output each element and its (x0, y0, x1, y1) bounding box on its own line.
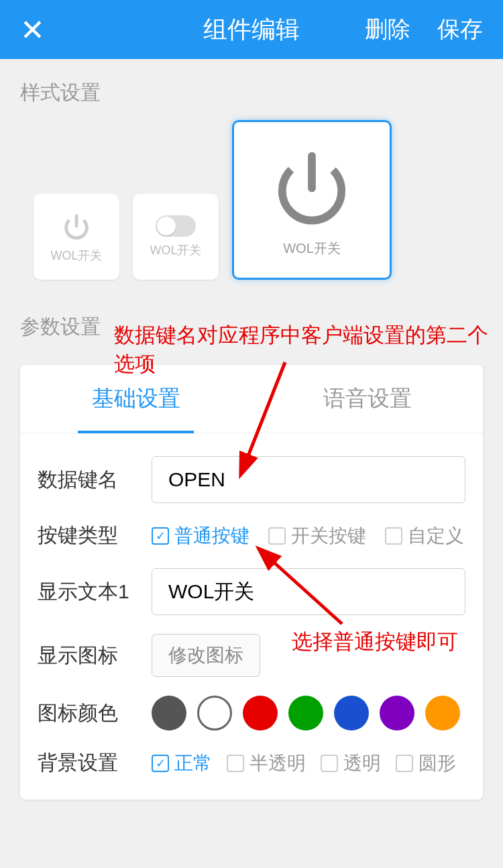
save-button[interactable]: 保存 (437, 14, 483, 45)
style-card-power-small[interactable]: WOL开关 (34, 194, 119, 280)
swatch-red[interactable] (243, 696, 278, 730)
style-options: WOL开关 WOL开关 WOL开关 (0, 120, 503, 293)
header-actions: 删除 保存 (365, 14, 483, 45)
style-card-toggle[interactable]: WOL开关 (133, 194, 219, 280)
data-key-input[interactable] (152, 456, 465, 503)
swatch-purple[interactable] (380, 696, 414, 730)
option-label: 普通按键 (174, 523, 249, 549)
change-icon-button[interactable]: 修改图标 (152, 634, 260, 677)
style-card-label: WOL开关 (283, 239, 341, 258)
option-bg-normal[interactable]: ✓ 正常 (152, 751, 212, 776)
swatch-white[interactable] (197, 696, 232, 730)
display-text-input[interactable] (152, 568, 465, 615)
annotation-right: 选择普通按键即可 (292, 627, 458, 656)
display-text-label: 显示文本1 (38, 578, 152, 606)
annotation-top: 数据键名对应程序中客户端设置的第二个选项 (114, 321, 503, 379)
power-icon (268, 143, 355, 230)
color-swatches (152, 696, 465, 730)
option-label: 圆形 (418, 751, 456, 776)
row-bg-setting: 背景设置 ✓ 正常 ✓ 半透明 ✓ 透明 ✓ 圆形 (20, 740, 483, 800)
bg-options: ✓ 正常 ✓ 半透明 ✓ 透明 ✓ 圆形 (152, 751, 465, 776)
row-icon-color: 图标颜色 (20, 686, 483, 740)
option-bg-translucent[interactable]: ✓ 半透明 (227, 751, 306, 776)
key-type-options: ✓ 普通按键 ✓ 开关按键 ✓ 自定义 (152, 523, 465, 549)
swatch-gray[interactable] (152, 696, 186, 730)
row-data-key: 数据键名 (20, 433, 483, 512)
row-key-type: 按键类型 ✓ 普通按键 ✓ 开关按键 ✓ 自定义 (20, 512, 483, 559)
swatch-orange[interactable] (425, 696, 460, 730)
icon-color-label: 图标颜色 (38, 700, 152, 727)
option-label: 开关按键 (291, 523, 366, 549)
data-key-label: 数据键名 (38, 466, 152, 494)
option-bg-transparent[interactable]: ✓ 透明 (321, 751, 381, 776)
style-card-label: WOL开关 (150, 242, 201, 258)
toggle-icon (156, 215, 196, 237)
style-section-label: 样式设置 (0, 59, 503, 120)
bg-setting-label: 背景设置 (38, 749, 152, 777)
option-label: 透明 (343, 751, 381, 776)
header-bar: ✕ 组件编辑 删除 保存 (0, 0, 503, 59)
page-title: 组件编辑 (203, 13, 300, 46)
param-panel: 基础设置 语音设置 数据键名 按键类型 ✓ 普通按键 ✓ 开关按键 ✓ 自定义 … (20, 365, 483, 800)
style-card-power-large-selected[interactable]: WOL开关 (232, 120, 392, 280)
style-card-label: WOL开关 (50, 248, 102, 264)
power-icon (60, 210, 93, 242)
option-switch-key[interactable]: ✓ 开关按键 (268, 523, 366, 549)
delete-button[interactable]: 删除 (365, 14, 410, 45)
swatch-blue[interactable] (334, 696, 369, 730)
option-label: 正常 (174, 751, 212, 776)
option-custom-key[interactable]: ✓ 自定义 (385, 523, 464, 549)
option-normal-key[interactable]: ✓ 普通按键 (152, 523, 249, 549)
close-icon[interactable]: ✕ (20, 13, 45, 47)
option-label: 半透明 (249, 751, 306, 776)
key-type-label: 按键类型 (38, 522, 152, 549)
param-section-label: 参数设置 (0, 293, 121, 354)
option-bg-circle[interactable]: ✓ 圆形 (396, 751, 456, 776)
display-icon-label: 显示图标 (38, 642, 152, 669)
option-label: 自定义 (408, 523, 464, 549)
swatch-green[interactable] (288, 696, 323, 730)
row-display-text: 显示文本1 (20, 559, 483, 625)
